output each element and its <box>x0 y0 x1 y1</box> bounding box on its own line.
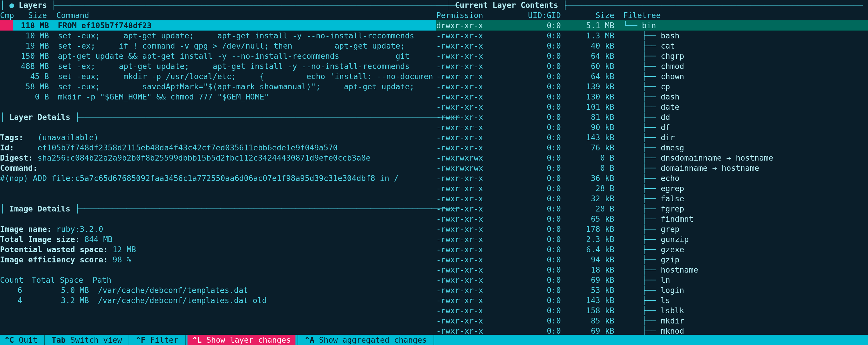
filetree-row[interactable]: -rwxr-xr-x0:081 kB ├── dd <box>436 112 868 122</box>
layer-row[interactable]: 0 B mkdir -p "$GEM_HOME" && chmod 777 "$… <box>0 92 436 102</box>
filetree-row[interactable]: -rwxr-xr-x0:028 B ├── egrep <box>436 183 868 194</box>
filetree-row[interactable]: -rwxr-xr-x0:06.4 kB ├── gzexe <box>436 245 868 255</box>
contents-column-headers: Permission UID:GID Size Filetree <box>436 10 868 20</box>
image-size-row: Total Image size: 844 MB <box>0 234 436 245</box>
layer-row[interactable]: 118 MB FROM ef105b7f748df23 <box>0 20 436 31</box>
filetree-row[interactable]: -rwxr-xr-x0:0139 kB ├── cp <box>436 82 868 92</box>
filetree-row[interactable]: -rwxr-xr-x0:01.3 MB ├── bash <box>436 31 868 41</box>
layers-column-headers: Cmp Size Command <box>0 10 436 20</box>
layer-command-value-row: #(nop) ADD file:c5a7c65d67685092faa3456c… <box>0 173 436 183</box>
image-eff-row: Image efficiency score: 98 % <box>0 255 436 265</box>
filetree-row[interactable]: -rwxr-xr-x0:0158 kB ├── lsblk <box>436 306 868 316</box>
filetree-row[interactable]: -rwxr-xr-x0:053 kB ├── login <box>436 285 868 295</box>
layer-row[interactable]: 45 B set -eux; mkdir -p /usr/local/etc; … <box>0 71 436 82</box>
image-name-row: Image name: ruby:3.2.0 <box>0 224 436 234</box>
layers-section-header: │ ● Layers ├────────────────────────────… <box>0 0 436 10</box>
layer-row[interactable]: 488 MB set -ex; apt-get update; apt-get … <box>0 61 436 71</box>
layer-row[interactable]: 10 MB set -eux; apt-get update; apt-get … <box>0 31 436 41</box>
layer-digest-row: Digest: sha256:c084b22a2a9b2b0f8b25599db… <box>0 153 436 163</box>
right-pane: ──┤ Current Layer Contents ├────────────… <box>436 0 868 345</box>
filetree-row[interactable]: -rwxr-xr-x0:0130 kB ├── dash <box>436 92 868 102</box>
filetree-row[interactable]: -rwxr-xr-x0:090 kB ├── df <box>436 122 868 132</box>
filetree-row[interactable]: -rwxr-xr-x0:0143 kB ├── dir <box>436 132 868 143</box>
layer-command-label-row: Command: <box>0 163 436 173</box>
wasted-headers: Count Total Space Path <box>0 275 436 285</box>
left-pane: │ ● Layers ├────────────────────────────… <box>0 0 436 345</box>
layer-row[interactable]: 19 MB set -ex; if ! command -v gpg > /de… <box>0 41 436 51</box>
contents-section-header: ──┤ Current Layer Contents ├────────────… <box>436 0 868 10</box>
filetree-row[interactable]: -rwxr-xr-x0:02.3 kB ├── gunzip <box>436 234 868 245</box>
filetree-row[interactable]: -rwxr-xr-x0:018 kB ├── hostname <box>436 265 868 275</box>
filetree-row[interactable]: -rwxrwxrwx0:00 B ├── domainname → hostna… <box>436 163 868 173</box>
filetree-row[interactable]: -rwxr-xr-x0:065 kB ├── findmnt <box>436 214 868 224</box>
filetree-row[interactable]: -rwxr-xr-x0:028 B ├── fgrep <box>436 204 868 214</box>
filetree-row[interactable]: -rwxr-xr-x0:040 kB ├── cat <box>436 41 868 51</box>
filetree-row[interactable]: -rwxr-xr-x0:076 kB ├── dmesg <box>436 143 868 153</box>
show-aggregated-hint[interactable]: ^A Show aggregated changes <box>300 335 432 345</box>
layer-id-row: Id: ef105b7f748df2358d2115eb48da4f43c42c… <box>0 143 436 153</box>
quit-hint[interactable]: ^C Quit <box>0 335 42 345</box>
filetree-row[interactable]: -rwxr-xr-x0:0101 kB ├── date <box>436 102 868 112</box>
image-wasted-row: Potential wasted space: 12 MB <box>0 245 436 255</box>
layer-tags-row: Tags: (unavailable) <box>0 132 436 143</box>
wasted-list: 65.0 MB/var/cache/debconf/templates.dat4… <box>0 285 436 306</box>
contents-title: Current Layer Contents <box>455 0 558 10</box>
layers-title: Layers <box>19 0 47 10</box>
switch-view-hint[interactable]: Tab Switch view <box>47 335 126 345</box>
filetree-row[interactable]: -rwxr-xr-x0:069 kB ├── ln <box>436 275 868 285</box>
layer-row[interactable]: 58 MB set -eux; savedAptMark="$(apt-mark… <box>0 82 436 92</box>
filetree-row[interactable]: -rwxrwxrwx0:00 B ├── dnsdomainname → hos… <box>436 153 868 163</box>
image-details-header: │ Image Details ├───────────────────────… <box>0 204 436 214</box>
layers-list[interactable]: 118 MB FROM ef105b7f748df23 10 MB set -e… <box>0 20 436 102</box>
filetree-row[interactable]: -rwxr-xr-x0:060 kB ├── chmod <box>436 61 868 71</box>
filetree-row[interactable]: drwxr-xr-x0:05.1 MB└── bin <box>436 20 868 31</box>
footer-keybinds: ^C Quit │ Tab Switch view │ ^F Filter │ … <box>0 335 868 345</box>
filetree-list[interactable]: drwxr-xr-x0:05.1 MB└── bin-rwxr-xr-x0:01… <box>436 20 868 336</box>
filetree-row[interactable]: -rwxr-xr-x0:036 kB ├── echo <box>436 173 868 183</box>
layer-row[interactable]: 150 MB apt-get update && apt-get install… <box>0 51 436 61</box>
filetree-row[interactable]: -rwxr-xr-x0:0178 kB ├── grep <box>436 224 868 234</box>
filetree-row[interactable]: -rwxr-xr-x0:085 kB ├── mkdir <box>436 316 868 326</box>
filetree-row[interactable]: -rwxr-xr-x0:032 kB ├── false <box>436 194 868 204</box>
image-details-title: Image Details <box>9 204 70 214</box>
layer-details-title: Layer Details <box>9 112 70 122</box>
wasted-row: 65.0 MB/var/cache/debconf/templates.dat <box>0 285 436 295</box>
filetree-row[interactable]: -rwxr-xr-x0:094 kB ├── gzip <box>436 255 868 265</box>
wasted-row: 43.2 MB/var/cache/debconf/templates.dat-… <box>0 295 436 306</box>
filter-hint[interactable]: ^F Filter <box>131 335 183 345</box>
filetree-row[interactable]: -rwxr-xr-x0:069 kB ├── mknod <box>436 326 868 336</box>
layer-details-header: │ Layer Details ├───────────────────────… <box>0 112 436 122</box>
show-layer-changes-hint[interactable]: ^L Show layer changes <box>188 335 296 345</box>
filetree-row[interactable]: -rwxr-xr-x0:064 kB ├── chgrp <box>436 51 868 61</box>
filetree-row[interactable]: -rwxr-xr-x0:0143 kB ├── ls <box>436 295 868 306</box>
filetree-row[interactable]: -rwxr-xr-x0:064 kB ├── chown <box>436 71 868 82</box>
